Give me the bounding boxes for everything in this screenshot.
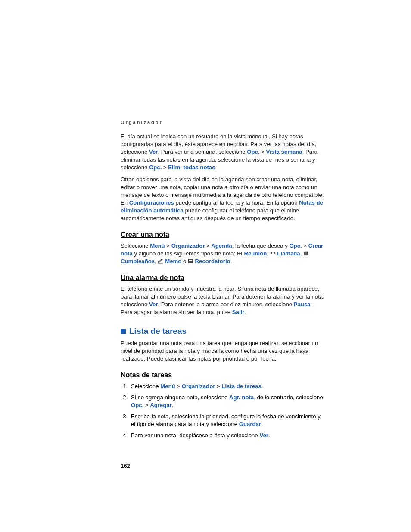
separator-gt: >: [302, 243, 308, 249]
link-recordatorio[interactable]: Recordatorio: [195, 258, 230, 264]
separator-gt: >: [205, 243, 211, 249]
link-cumpleanos[interactable]: Cumpleaños: [121, 258, 155, 264]
heading-alarma-nota: Una alarma de nota: [121, 274, 325, 282]
text: o: [181, 258, 188, 264]
text: .: [244, 309, 246, 315]
separator-gt: >: [165, 243, 171, 249]
link-salir[interactable]: Salir: [232, 309, 245, 315]
link-lista-tareas[interactable]: Lista de tareas: [221, 383, 261, 389]
text: .: [172, 402, 174, 408]
meeting-icon: [237, 251, 243, 256]
paragraph-other-options: Otras opciones para la vista del día en …: [121, 176, 325, 222]
heading-notas-tareas: Notas de tareas: [121, 371, 325, 379]
link-organizador[interactable]: Organizador: [171, 243, 205, 249]
text: Seleccione: [121, 243, 150, 249]
svg-rect-4: [240, 254, 241, 255]
steps-list: Seleccione Menú > Organizador > Lista de…: [121, 383, 325, 439]
text: . Para detener la alarma por diez minuto…: [158, 301, 294, 308]
text: puede configurar la fecha y la hora. En …: [174, 199, 299, 206]
link-memo[interactable]: Memo: [165, 258, 181, 264]
text: Si no agrega ninguna nota, seleccione: [131, 394, 229, 401]
link-opc[interactable]: Opc.: [247, 149, 259, 155]
heading-lista-tareas: Lista de tareas: [121, 327, 325, 336]
text: y alguno de los siguientes tipos de nota…: [133, 250, 237, 257]
separator-gt: >: [162, 164, 168, 171]
text: . Para ver una semana, seleccione: [158, 149, 247, 155]
separator-gt: >: [175, 383, 182, 389]
paragraph-lista-tareas: Puede guardar una nota para una tarea qu…: [121, 339, 325, 363]
link-agenda[interactable]: Agenda: [211, 243, 232, 249]
text: .: [215, 164, 217, 171]
paragraph-alarma: El teléfono emite un sonido y muestra la…: [121, 285, 325, 316]
square-bullet-icon: [121, 329, 126, 334]
link-llamada[interactable]: Llamada: [277, 250, 300, 257]
svg-rect-2: [240, 252, 241, 254]
separator-gt: >: [143, 402, 150, 408]
text: , la fecha que desea y: [232, 243, 290, 249]
link-guardar[interactable]: Guardar: [239, 421, 261, 427]
link-agr-nota[interactable]: Agr. nota: [229, 394, 254, 401]
text: .: [268, 432, 270, 439]
svg-point-8: [305, 252, 306, 253]
step-3: Escriba la nota, selecciona la prioridad…: [129, 413, 325, 428]
text: Para ver una nota, desplácese a ésta y s…: [131, 432, 259, 439]
reminder-icon: [188, 259, 193, 264]
svg-rect-3: [238, 254, 239, 255]
text: .: [230, 258, 232, 264]
phone-icon: [270, 251, 276, 256]
link-menu[interactable]: Menú: [160, 383, 175, 389]
link-opc[interactable]: Opc.: [131, 402, 143, 408]
text: .: [262, 383, 263, 389]
link-opc[interactable]: Opc.: [289, 243, 302, 249]
link-pausa[interactable]: Pausa: [294, 301, 311, 308]
separator-gt: >: [215, 383, 221, 389]
text: ,: [267, 250, 270, 257]
link-ver[interactable]: Ver: [149, 301, 158, 308]
link-elim-todas-notas[interactable]: Elim. todas notas: [168, 164, 215, 171]
link-menu[interactable]: Menú: [150, 243, 165, 249]
step-2: Si no agrega ninguna nota, seleccione Ag…: [129, 394, 325, 409]
link-ver[interactable]: Ver: [259, 432, 268, 439]
section-header: Organizador: [121, 120, 325, 125]
step-1: Seleccione Menú > Organizador > Lista de…: [129, 383, 325, 390]
link-organizador[interactable]: Organizador: [182, 383, 215, 389]
paragraph-day-view: El día actual se indica con un recuadro …: [121, 133, 325, 171]
separator-gt: >: [260, 149, 266, 155]
text: ,: [155, 258, 158, 264]
svg-rect-7: [306, 252, 306, 255]
svg-rect-1: [238, 252, 239, 254]
text: ,: [300, 250, 303, 257]
memo-icon: [158, 259, 163, 264]
text: Seleccione: [131, 383, 160, 389]
gift-icon: [303, 251, 309, 256]
link-configuraciones[interactable]: Configuraciones: [129, 199, 174, 206]
page-number: 162: [121, 463, 325, 469]
link-ver[interactable]: Ver: [149, 149, 158, 155]
text: , de lo contrario, seleccione: [254, 394, 323, 401]
text: .: [261, 421, 263, 427]
heading-text: Lista de tareas: [129, 327, 187, 336]
step-4: Para ver una nota, desplácese a ésta y s…: [129, 432, 325, 439]
manual-page: Organizador El día actual se indica con …: [0, 0, 411, 504]
paragraph-crear-nota: Seleccione Menú > Organizador > Agenda, …: [121, 242, 325, 265]
link-agregar[interactable]: Agregar: [150, 402, 172, 408]
text: Escriba la nota, selecciona la prioridad…: [131, 413, 321, 427]
link-opc[interactable]: Opc.: [149, 164, 162, 171]
svg-point-9: [306, 252, 308, 253]
svg-rect-0: [237, 252, 242, 255]
link-reunion[interactable]: Reunión: [244, 250, 267, 257]
link-vista-semana[interactable]: Vista semana: [266, 149, 302, 155]
heading-crear-nota: Crear una nota: [121, 231, 325, 239]
